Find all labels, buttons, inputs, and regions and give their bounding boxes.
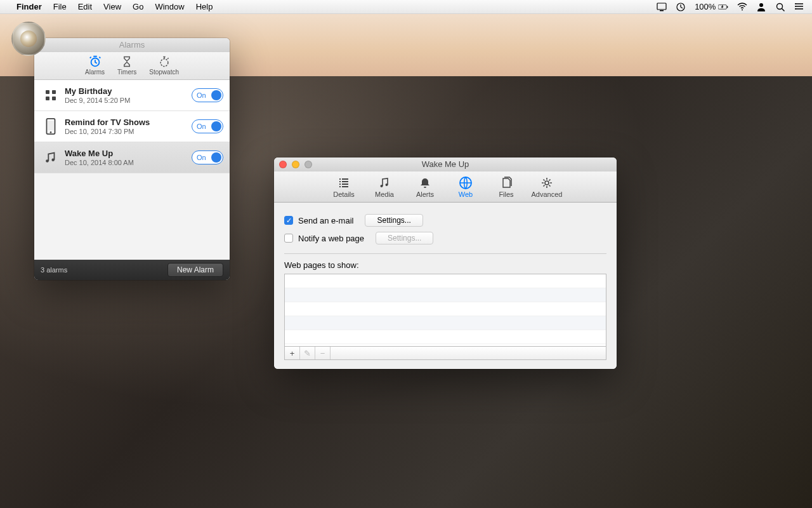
tab-web[interactable]: Web <box>450 175 481 198</box>
zoom-button[interactable] <box>304 161 312 168</box>
alarm-row[interactable]: My BirthdayDec 9, 2014 5:20 PM On <box>34 80 230 111</box>
svg-point-25 <box>545 181 549 185</box>
tab-alerts[interactable]: Alerts <box>409 175 441 198</box>
menu-file[interactable]: File <box>53 2 67 11</box>
alarms-footer: 3 alarms New Alarm <box>34 260 230 280</box>
settings-window: Wake Me Up Details Media Alerts Web File… <box>274 157 617 369</box>
send-email-checkbox[interactable]: ✓ <box>284 216 293 225</box>
music-note-icon <box>41 147 61 168</box>
edit-button: ✎ <box>300 347 315 359</box>
alarm-count: 3 alarms <box>41 266 67 274</box>
window-title: Alarms <box>119 40 145 50</box>
svg-point-19 <box>50 131 52 133</box>
svg-rect-15 <box>46 97 49 100</box>
svg-rect-0 <box>657 3 666 10</box>
alarm-name: Remind for TV Shows <box>65 117 192 127</box>
stopwatch-icon <box>158 55 171 69</box>
alarm-clock-icon <box>88 55 102 69</box>
display-icon[interactable] <box>657 2 667 12</box>
new-alarm-button[interactable]: New Alarm <box>167 263 223 277</box>
svg-rect-4 <box>727 6 728 8</box>
hourglass-icon <box>121 55 133 69</box>
alarm-toggle[interactable]: On <box>192 150 223 164</box>
globe-icon <box>459 175 473 190</box>
tab-details[interactable]: Details <box>328 175 360 198</box>
window-title: Wake Me Up <box>422 159 469 169</box>
tab-files[interactable]: Files <box>490 175 522 198</box>
alarm-toggle[interactable]: On <box>192 88 223 102</box>
bell-icon <box>419 175 431 190</box>
alarms-toolbar: Alarms Timers Stopwatch <box>34 52 230 80</box>
user-icon[interactable] <box>756 2 766 12</box>
gear-icon <box>540 175 553 190</box>
phone-icon <box>41 116 61 137</box>
svg-point-8 <box>795 3 796 4</box>
empty-area <box>34 173 230 260</box>
tab-advanced[interactable]: Advanced <box>531 175 563 198</box>
svg-rect-1 <box>660 10 664 11</box>
notifications-icon[interactable] <box>794 2 804 12</box>
macos-menubar: Finder File Edit View Go Window Help 100… <box>0 0 812 14</box>
alarms-window: Alarms Alarms Timers Stopwatch My Birthd… <box>34 38 230 280</box>
svg-rect-13 <box>46 90 49 94</box>
svg-point-7 <box>777 3 783 9</box>
alarm-name: Wake Me Up <box>65 149 192 158</box>
app-menu[interactable]: Finder <box>16 2 42 11</box>
svg-point-21 <box>51 158 55 161</box>
svg-point-9 <box>795 6 796 7</box>
menu-go[interactable]: Go <box>133 2 143 11</box>
tab-timers[interactable]: Timers <box>117 55 136 76</box>
grid-icon <box>41 85 61 105</box>
add-button[interactable]: + <box>285 347 300 359</box>
spotlight-icon[interactable] <box>775 2 785 12</box>
tab-stopwatch[interactable]: Stopwatch <box>149 55 179 76</box>
music-icon <box>378 175 391 190</box>
alarm-row[interactable]: Wake Me UpDec 10, 2014 8:00 AM On <box>34 142 230 173</box>
divider <box>284 253 606 254</box>
clock-icon[interactable] <box>676 2 686 12</box>
alarms-titlebar[interactable]: Alarms <box>34 38 230 52</box>
svg-point-10 <box>795 8 796 10</box>
toggle-knob <box>211 90 221 100</box>
toggle-knob <box>211 121 221 131</box>
minimize-button[interactable] <box>292 161 299 168</box>
alarm-row[interactable]: Remind for TV ShowsDec 10, 2014 7:30 PM … <box>34 111 230 142</box>
send-email-label: Send an e-mail <box>298 216 353 225</box>
svg-rect-18 <box>48 121 53 131</box>
svg-point-6 <box>759 3 763 7</box>
remove-button: − <box>315 347 331 359</box>
tab-media[interactable]: Media <box>369 175 400 198</box>
battery-status[interactable]: 100% <box>695 2 728 12</box>
settings-toolbar: Details Media Alerts Web Files Advanced <box>274 171 617 203</box>
svg-point-20 <box>46 159 49 163</box>
notify-web-checkbox[interactable] <box>284 234 293 243</box>
pages-label: Web pages to show: <box>284 260 606 270</box>
email-settings-button[interactable]: Settings... <box>365 214 422 227</box>
minimize-button[interactable] <box>52 41 60 49</box>
svg-rect-14 <box>52 90 56 94</box>
svg-point-22 <box>381 185 383 187</box>
close-button[interactable] <box>279 161 287 168</box>
svg-point-12 <box>160 59 168 67</box>
list-icon <box>337 175 350 190</box>
zoom-button[interactable] <box>65 41 72 49</box>
svg-rect-16 <box>52 97 56 100</box>
menu-help[interactable]: Help <box>196 2 213 11</box>
alarm-date: Dec 10, 2014 8:00 AM <box>65 159 192 166</box>
menu-view[interactable]: View <box>103 2 121 11</box>
settings-body: ✓ Send an e-mail Settings... Notify a we… <box>274 203 617 369</box>
menu-window[interactable]: Window <box>155 2 184 11</box>
alarm-toggle[interactable]: On <box>192 119 223 133</box>
settings-titlebar[interactable]: Wake Me Up <box>274 157 617 171</box>
wifi-icon[interactable] <box>737 2 747 12</box>
menu-edit[interactable]: Edit <box>78 2 92 11</box>
notify-web-label: Notify a web page <box>298 234 364 243</box>
web-pages-list[interactable] <box>284 274 606 347</box>
alarms-list: My BirthdayDec 9, 2014 5:20 PM On Remind… <box>34 80 230 260</box>
alarm-name: My Birthday <box>65 86 192 96</box>
tab-alarms[interactable]: Alarms <box>85 55 105 76</box>
alarm-date: Dec 9, 2014 5:20 PM <box>65 97 192 104</box>
toggle-knob <box>211 152 221 163</box>
svg-point-23 <box>386 184 388 186</box>
svg-point-5 <box>742 9 743 10</box>
